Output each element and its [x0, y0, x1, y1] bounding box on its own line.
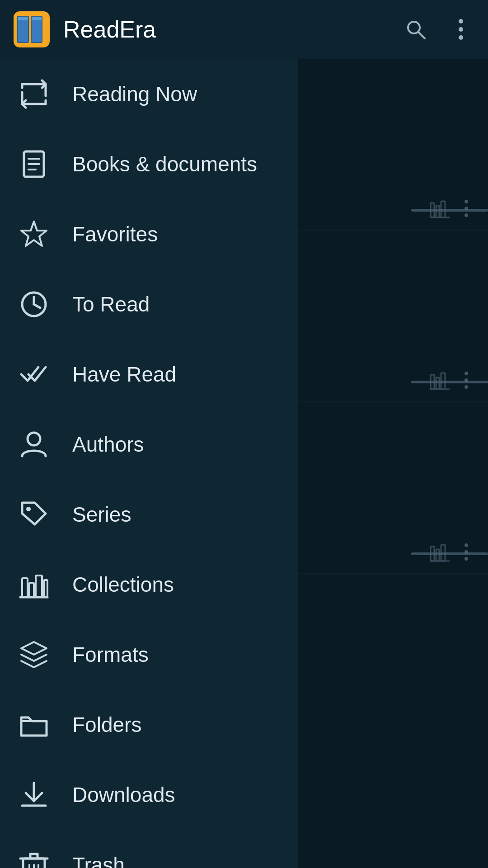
svg-point-20 [28, 433, 40, 445]
tag-icon [18, 499, 50, 530]
nav-item-books-documents[interactable]: Books & documents [0, 129, 298, 199]
nav-label-books-documents: Books & documents [72, 152, 257, 176]
more-icon-1[interactable] [463, 198, 469, 218]
nav-item-favorites[interactable]: Favorites [0, 199, 298, 269]
more-icon-2[interactable] [463, 370, 469, 390]
svg-rect-53 [431, 547, 434, 561]
layers-icon [18, 639, 50, 670]
svg-rect-25 [36, 576, 42, 597]
book-row-2 [298, 231, 488, 402]
svg-marker-27 [21, 642, 47, 655]
svg-point-52 [465, 385, 468, 389]
svg-rect-23 [22, 578, 28, 597]
svg-rect-39 [431, 203, 434, 217]
book-row-3 [298, 402, 488, 574]
svg-rect-6 [32, 17, 42, 20]
svg-rect-2 [18, 17, 28, 42]
svg-point-50 [465, 372, 468, 375]
svg-point-44 [465, 207, 468, 210]
svg-rect-54 [436, 549, 439, 561]
library-icon-2[interactable] [430, 370, 450, 390]
bookshelf-icon [18, 569, 50, 600]
nav-item-authors[interactable]: Authors [0, 409, 298, 479]
nav-label-to-read: To Read [72, 292, 150, 316]
svg-line-8 [418, 32, 425, 38]
nav-item-to-read[interactable]: To Read [0, 269, 298, 339]
nav-item-series[interactable]: Series [0, 479, 298, 549]
nav-item-downloads[interactable]: Downloads [0, 760, 298, 830]
content-panel [298, 59, 488, 868]
nav-label-favorites: Favorites [72, 222, 158, 246]
nav-label-downloads: Downloads [72, 783, 175, 807]
repeat-icon [18, 78, 50, 110]
svg-rect-55 [441, 545, 445, 561]
document-icon [18, 148, 50, 180]
book-actions-3 [411, 542, 488, 562]
app-logo [14, 11, 50, 47]
header-actions [402, 16, 474, 43]
nav-label-trash: Trash [72, 853, 125, 868]
book-actions-1 [411, 198, 488, 218]
svg-point-58 [465, 550, 468, 554]
svg-point-59 [465, 557, 468, 561]
nav-label-formats: Formats [72, 642, 149, 667]
nav-label-authors: Authors [72, 432, 144, 457]
svg-marker-16 [21, 222, 47, 246]
download-icon [18, 779, 50, 811]
search-button[interactable] [402, 16, 429, 43]
svg-point-51 [465, 378, 468, 382]
more-options-button[interactable] [447, 16, 474, 43]
more-icon-3[interactable] [463, 542, 469, 562]
svg-rect-41 [441, 201, 445, 217]
library-icon-1[interactable] [430, 198, 450, 218]
clock-icon [18, 288, 50, 320]
nav-label-reading-now: Reading Now [72, 82, 197, 106]
svg-rect-40 [436, 206, 439, 217]
nav-item-have-read[interactable]: Have Read [0, 339, 298, 409]
svg-rect-24 [29, 583, 34, 597]
navigation-drawer: Reading Now Books & documents Favorites [0, 59, 298, 868]
svg-rect-47 [436, 377, 439, 389]
nav-label-series: Series [72, 502, 131, 527]
svg-point-9 [459, 19, 463, 24]
svg-rect-48 [441, 373, 445, 389]
nav-item-formats[interactable]: Formats [0, 619, 298, 689]
nav-label-collections: Collections [72, 572, 174, 597]
library-icon-3[interactable] [430, 542, 450, 562]
person-icon [18, 429, 50, 460]
nav-label-have-read: Have Read [72, 362, 176, 387]
svg-point-45 [465, 213, 468, 217]
svg-rect-26 [44, 580, 47, 597]
folder-icon [18, 709, 50, 741]
trash-icon [18, 849, 50, 868]
svg-point-57 [465, 543, 468, 547]
svg-line-19 [34, 304, 40, 308]
nav-item-reading-now[interactable]: Reading Now [0, 59, 298, 129]
svg-point-43 [465, 200, 468, 203]
book-actions-2 [411, 370, 488, 390]
nav-item-trash[interactable]: Trash [0, 830, 298, 868]
book-row-1 [298, 59, 488, 231]
nav-item-collections[interactable]: Collections [0, 549, 298, 619]
svg-point-10 [459, 27, 463, 32]
svg-point-21 [26, 507, 31, 511]
star-icon [18, 218, 50, 250]
svg-point-11 [459, 35, 463, 40]
nav-label-folders: Folders [72, 712, 141, 737]
app-header: ReadEra [0, 0, 488, 59]
svg-rect-4 [32, 17, 42, 42]
double-check-icon [18, 359, 50, 390]
svg-rect-5 [18, 17, 28, 20]
nav-item-folders[interactable]: Folders [0, 689, 298, 760]
app-title: ReadEra [63, 16, 402, 43]
svg-rect-46 [431, 375, 434, 389]
